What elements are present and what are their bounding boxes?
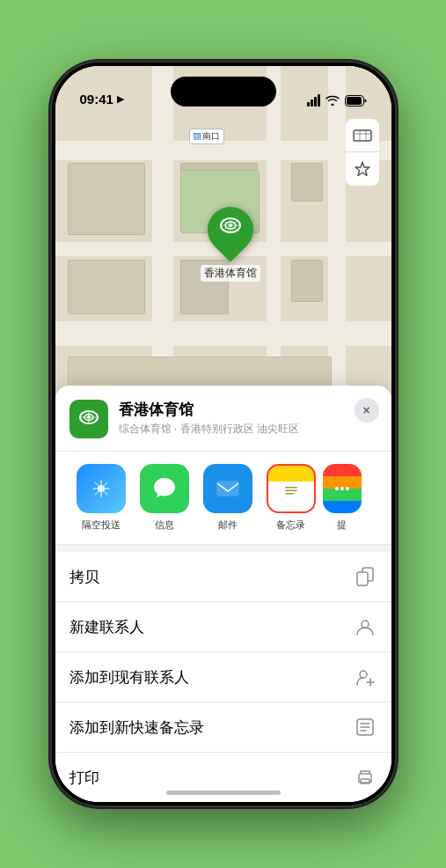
messages-icon: [140, 464, 189, 513]
svg-rect-23: [361, 779, 369, 783]
mail-label: 邮件: [218, 519, 238, 532]
svg-rect-18: [357, 572, 368, 585]
home-indicator: [166, 791, 281, 795]
map-nankou-label: 出 南口: [189, 129, 224, 144]
close-button[interactable]: ×: [355, 398, 379, 423]
airdrop-icon: [77, 464, 126, 513]
share-item-more[interactable]: 提: [323, 464, 362, 532]
action-quick-note[interactable]: 添加到新快速备忘录: [55, 702, 391, 753]
new-contact-icon: [353, 614, 377, 639]
phone-screen: 09:41 ▶: [55, 66, 391, 802]
copy-icon: [353, 564, 377, 589]
share-item-airdrop[interactable]: 隔空投送: [69, 464, 133, 532]
phone-frame: 09:41 ▶: [52, 63, 395, 805]
status-icons: [307, 94, 367, 107]
add-existing-label: 添加到现有联系人: [69, 667, 189, 688]
action-new-contact[interactable]: 新建联系人: [55, 602, 391, 652]
mail-icon: [203, 464, 252, 513]
print-label: 打印: [69, 768, 99, 788]
map-area: 出 南口: [55, 66, 391, 436]
action-list: 拷贝 新建联系人: [55, 552, 391, 802]
nankou-prefix: 出: [194, 133, 201, 140]
svg-rect-1: [347, 97, 362, 105]
svg-rect-10: [217, 482, 238, 496]
more-label: 提: [337, 519, 347, 532]
svg-point-14: [335, 487, 339, 490]
wifi-icon: [325, 95, 340, 106]
share-item-notes[interactable]: 备忘录: [260, 464, 323, 532]
svg-point-19: [362, 621, 369, 628]
signal-icon: [307, 94, 320, 107]
notes-label: 备忘录: [276, 519, 305, 532]
action-add-existing[interactable]: 添加到现有联系人: [55, 652, 391, 702]
stadium-pin-icon: [198, 197, 263, 262]
svg-rect-11: [285, 487, 297, 489]
quick-note-icon: [353, 715, 377, 739]
dynamic-island: [171, 77, 276, 107]
svg-rect-13: [285, 493, 294, 495]
place-info: 香港体育馆 综合体育馆 · 香港特别行政区 油尖旺区: [119, 401, 377, 436]
action-copy[interactable]: 拷贝: [55, 552, 391, 602]
svg-point-8: [87, 416, 91, 419]
battery-icon: [345, 95, 367, 107]
place-subtitle: 综合体育馆 · 香港特别行政区 油尖旺区: [119, 422, 377, 437]
stadium-pin: 香港体育馆: [201, 207, 260, 282]
stadium-pin-inner: [218, 215, 243, 245]
airdrop-label: 隔空投送: [82, 519, 121, 532]
share-item-mail[interactable]: 邮件: [196, 464, 260, 532]
svg-point-16: [346, 487, 349, 490]
svg-point-20: [360, 671, 367, 678]
svg-rect-2: [354, 130, 371, 141]
place-header: 香港体育馆 综合体育馆 · 香港特别行政区 油尖旺区 ×: [55, 386, 391, 452]
svg-point-15: [340, 487, 344, 490]
print-icon: [353, 765, 377, 790]
more-icon: [323, 464, 362, 513]
status-time: 09:41: [80, 92, 113, 107]
map-controls: [346, 119, 379, 186]
quick-note-label: 添加到新快速备忘录: [69, 717, 204, 738]
messages-label: 信息: [155, 519, 174, 532]
copy-label: 拷贝: [69, 567, 99, 587]
share-row: 隔空投送 信息: [55, 452, 391, 545]
add-existing-icon: [353, 665, 377, 689]
location-button[interactable]: [346, 152, 379, 186]
bottom-sheet: 香港体育馆 综合体育馆 · 香港特别行政区 油尖旺区 × 隔: [55, 386, 391, 802]
stadium-label: 香港体育馆: [201, 265, 260, 282]
svg-rect-12: [285, 490, 297, 492]
map-type-button[interactable]: [346, 119, 379, 152]
place-icon: [69, 400, 108, 438]
place-name: 香港体育馆: [119, 401, 377, 419]
location-arrow-icon: ▶: [117, 93, 124, 105]
new-contact-label: 新建联系人: [69, 617, 144, 637]
notes-icon: [267, 464, 316, 513]
share-item-messages[interactable]: 信息: [133, 464, 196, 532]
